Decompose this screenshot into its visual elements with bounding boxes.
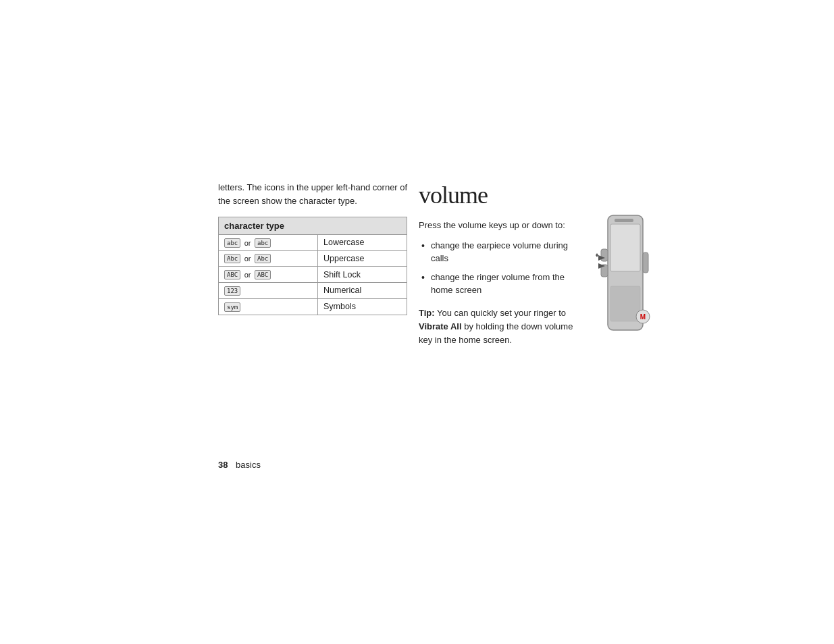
press-text: Press the volume keys up or down to: [419,219,581,232]
tip-label: Tip: [419,308,435,318]
svg-rect-8 [610,286,640,321]
table-row: ABC or ABC Shift Lock [219,267,407,283]
icon-abc-lock2: ABC [255,270,271,279]
label-cell: Symbols [318,298,407,315]
page-number: 38 [218,460,228,470]
or-text: or [244,271,251,279]
volume-body: Press the volume keys up or down to: cha… [419,219,810,347]
list-item: change the earpiece volume during calls [419,239,581,265]
svg-rect-7 [643,252,648,273]
icon-abc-upper1: Abc [224,254,240,263]
table-row: Abc or Abc Uppercase [219,250,407,267]
svg-text:M: M [640,313,646,321]
label-cell: Shift Lock [318,267,407,283]
icon-cell: sym [219,298,318,315]
tip-text: You can quickly set your ringer to [437,308,566,318]
volume-title: volume [419,181,810,209]
right-section: volume Press the volume keys up or down … [419,181,810,347]
icon-abc-lock1: ABC [224,270,240,279]
intro-text: letters. The icons in the upper left-han… [218,181,414,207]
label-cell: Numerical [318,283,407,299]
svg-marker-5 [596,253,598,255]
page: letters. The icons in the upper left-han… [0,0,834,644]
icon-cell: ABC or ABC [219,267,318,283]
icon-abc-lower2: abc [255,238,271,248]
svg-rect-3 [601,249,608,261]
phone-svg: M [594,212,652,337]
svg-rect-1 [610,224,640,271]
label-cell: Uppercase [318,250,407,267]
table-row: sym Symbols [219,298,407,315]
table-header: character type [219,217,407,235]
icon-abc-upper2: Abc [255,254,271,263]
table-row: 123 Numerical [219,283,407,299]
tip-block: Tip: You can quickly set your ringer to … [419,306,581,347]
left-section: letters. The icons in the upper left-han… [218,181,414,315]
icon-cell: Abc or Abc [219,250,318,267]
label-cell: Lowercase [318,235,407,251]
vibrate-all-text: Vibrate All [419,321,462,331]
bullet-list: change the earpiece volume during calls … [419,239,581,297]
volume-text: Press the volume keys up or down to: cha… [419,219,581,347]
list-item: change the ringer volume from the home s… [419,271,581,297]
section-label: basics [236,460,261,470]
page-footer: 38 basics [218,460,261,470]
or-text: or [244,254,251,263]
table-row: abc or abc Lowercase [219,235,407,251]
icon-abc-lower1: abc [224,238,240,248]
character-type-table: character type abc or abc Lowercase Abc … [218,217,407,315]
phone-illustration: M [594,212,652,347]
svg-marker-6 [596,255,598,257]
icon-cell: abc or abc [219,235,318,251]
or-text: or [244,239,251,247]
icon-cell: 123 [219,283,318,299]
icon-numerical: 123 [224,286,240,296]
svg-rect-2 [615,219,633,222]
icon-symbols: sym [224,302,240,312]
